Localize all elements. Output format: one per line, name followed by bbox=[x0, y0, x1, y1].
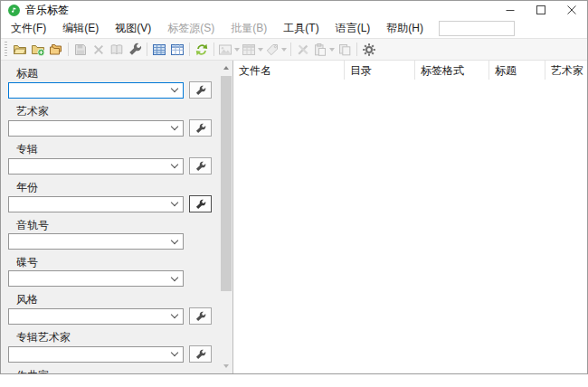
cover-art-button bbox=[217, 40, 241, 60]
refresh-button[interactable] bbox=[193, 40, 211, 60]
triangle-down-icon bbox=[223, 364, 229, 368]
column-header-tag-format[interactable]: 标签格式 bbox=[415, 61, 489, 80]
close-button[interactable] bbox=[556, 1, 587, 19]
track-combobox[interactable] bbox=[8, 233, 184, 250]
field-album: 专辑 bbox=[1, 143, 220, 175]
add-folder-icon bbox=[31, 42, 45, 57]
field-album-artist-label: 专辑艺术家 bbox=[16, 331, 220, 344]
tools-wrench-button[interactable] bbox=[126, 40, 144, 60]
settings-button[interactable] bbox=[360, 40, 378, 60]
wrench-icon bbox=[195, 85, 206, 96]
file-list-header: 文件名 目录 标签格式 标题 艺术家 bbox=[233, 61, 587, 80]
menu-tag-sources: 标签源(S) bbox=[159, 18, 223, 39]
genre-options-button[interactable] bbox=[189, 307, 212, 325]
window-controls bbox=[495, 1, 587, 19]
menu-view[interactable]: 视图(V) bbox=[107, 18, 159, 39]
cover-art-icon bbox=[218, 42, 232, 57]
column-header-title[interactable]: 标题 bbox=[489, 61, 545, 80]
column-header-directory[interactable]: 目录 bbox=[345, 61, 415, 80]
menu-file[interactable]: 文件(F) bbox=[3, 18, 54, 39]
copy-tag-button bbox=[336, 40, 354, 60]
extended-list-view-button[interactable] bbox=[168, 40, 186, 60]
delete-x-icon bbox=[91, 42, 106, 57]
save-icon bbox=[73, 42, 88, 57]
album-options-button[interactable] bbox=[189, 157, 212, 175]
dropdown-arrow-icon bbox=[329, 48, 335, 52]
title-options-button[interactable] bbox=[189, 81, 212, 99]
wrench-icon bbox=[195, 311, 206, 322]
remove-tag-icon bbox=[265, 42, 280, 57]
copy-tag-icon bbox=[337, 42, 352, 57]
menu-edit[interactable]: 编辑(E) bbox=[54, 18, 107, 39]
field-composer-label: 作曲家 bbox=[16, 369, 220, 373]
scroll-down-arrow[interactable] bbox=[220, 360, 232, 373]
dropdown-arrow-icon bbox=[281, 48, 287, 52]
column-header-filename[interactable]: 文件名 bbox=[233, 61, 345, 80]
auto-tools-icon bbox=[296, 42, 310, 57]
panel-scrollbar[interactable] bbox=[220, 61, 232, 373]
title-combobox[interactable] bbox=[8, 82, 184, 99]
menu-tools[interactable]: 工具(T) bbox=[275, 18, 327, 39]
main-area: 标题 艺术家 bbox=[1, 61, 587, 373]
add-folder-button[interactable] bbox=[29, 40, 47, 60]
artist-options-button[interactable] bbox=[189, 119, 212, 137]
field-composer: 作曲家 bbox=[1, 369, 220, 373]
playlist-book-icon bbox=[109, 42, 124, 57]
chevron-down-icon[interactable] bbox=[171, 236, 178, 243]
file-list: 文件名 目录 标签格式 标题 艺术家 bbox=[232, 61, 587, 373]
settings-gear-icon bbox=[362, 42, 376, 57]
chevron-down-icon[interactable] bbox=[171, 161, 178, 168]
year-combobox[interactable] bbox=[8, 196, 184, 212]
field-genre: 风格 bbox=[1, 293, 220, 325]
field-year-label: 年份 bbox=[16, 181, 220, 194]
toolbar-separator bbox=[147, 42, 147, 56]
genre-combobox[interactable] bbox=[8, 308, 184, 325]
toolbar-gripper[interactable] bbox=[5, 42, 7, 58]
year-options-button[interactable] bbox=[189, 195, 212, 212]
column-header-artist[interactable]: 艺术家 bbox=[545, 61, 587, 80]
maximize-icon bbox=[536, 5, 545, 14]
refresh-icon bbox=[194, 42, 209, 57]
field-track: 音轨号 bbox=[1, 219, 220, 250]
minimize-button[interactable] bbox=[495, 1, 526, 19]
browse-folders-button[interactable] bbox=[47, 40, 65, 60]
close-icon bbox=[567, 5, 576, 14]
scroll-up-arrow[interactable] bbox=[220, 61, 232, 74]
playlist-button bbox=[108, 40, 126, 60]
open-folder-button[interactable] bbox=[11, 40, 29, 60]
chevron-down-icon[interactable] bbox=[171, 311, 178, 318]
minimize-icon bbox=[506, 5, 515, 14]
toolbar-separator bbox=[290, 42, 291, 56]
extended-list-view-icon bbox=[170, 42, 185, 57]
menu-bar: 文件(F) 编辑(E) 视图(V) 标签源(S) 批量(B) 工具(T) 语言(… bbox=[1, 19, 587, 39]
auto-tools-button bbox=[294, 40, 312, 60]
toolbar-separator bbox=[213, 42, 214, 56]
album-artist-options-button[interactable] bbox=[189, 345, 212, 363]
album-artist-combobox[interactable] bbox=[8, 346, 184, 363]
chevron-down-icon[interactable] bbox=[171, 273, 178, 280]
open-folder-icon bbox=[13, 42, 27, 57]
scrollbar-thumb[interactable] bbox=[221, 76, 232, 291]
artist-combobox[interactable] bbox=[8, 120, 184, 137]
menu-help[interactable]: 帮助(H) bbox=[378, 18, 432, 39]
dropdown-arrow-icon bbox=[234, 48, 240, 52]
chevron-down-icon[interactable] bbox=[171, 349, 178, 356]
maximize-button[interactable] bbox=[526, 1, 556, 19]
menu-language[interactable]: 语言(L) bbox=[327, 18, 379, 39]
window-title: 音乐标签 bbox=[25, 3, 69, 18]
field-title-label: 标题 bbox=[16, 67, 220, 80]
album-combobox[interactable] bbox=[8, 158, 184, 175]
chevron-down-icon[interactable] bbox=[171, 123, 178, 130]
wrench-icon bbox=[195, 123, 206, 134]
chevron-down-icon[interactable] bbox=[171, 85, 178, 92]
toolbar-separator bbox=[68, 42, 69, 56]
disc-combobox[interactable] bbox=[8, 270, 184, 287]
field-title: 标题 bbox=[1, 67, 220, 99]
remove-file-button bbox=[90, 40, 108, 60]
list-view-button[interactable] bbox=[150, 40, 168, 60]
menu-search-input[interactable] bbox=[439, 21, 515, 36]
field-album-artist: 专辑艺术家 bbox=[1, 331, 220, 363]
chevron-down-icon[interactable] bbox=[171, 199, 178, 206]
dropdown-arrow-icon bbox=[258, 48, 263, 52]
title-bar: 音乐标签 bbox=[1, 1, 587, 19]
